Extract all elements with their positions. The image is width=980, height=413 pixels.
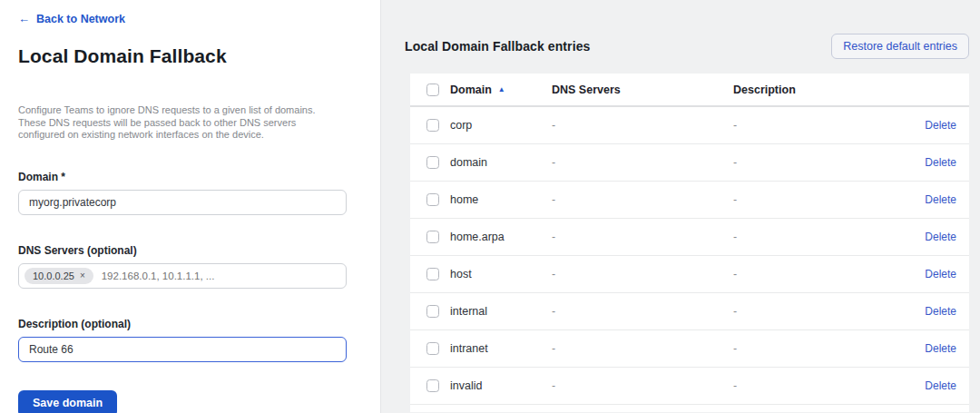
entries-table: Domain ▲ DNS Servers Description corp - … [410,74,969,412]
domain-field-label: Domain * [18,171,346,183]
table-header-row: Domain ▲ DNS Servers Description [410,74,969,107]
row-description: - [733,342,893,355]
remove-tag-icon[interactable]: × [80,271,85,280]
column-header-domain[interactable]: Domain ▲ [450,84,552,96]
row-domain: corp [450,119,552,132]
row-dns: - [552,156,733,169]
domain-input[interactable] [18,190,347,215]
row-checkbox[interactable] [426,231,439,243]
back-to-network-link[interactable]: ← Back to Network [18,12,125,25]
page-title: Local Domain Fallback [18,45,346,67]
row-checkbox[interactable] [426,379,439,392]
row-domain: internal [450,305,552,318]
column-header-dns-servers: DNS Servers [552,84,733,96]
row-domain: home.arpa [450,231,552,243]
row-description: - [733,119,893,132]
delete-link[interactable]: Delete [893,268,956,280]
row-checkbox[interactable] [426,193,439,206]
row-description: - [733,379,893,392]
delete-link[interactable]: Delete [893,342,956,355]
row-dns: - [552,268,733,280]
dns-tag-value: 10.0.0.25 [33,270,74,281]
table-row: invalid - - Delete [410,368,969,405]
delete-link[interactable]: Delete [893,156,956,169]
row-description: - [733,193,893,206]
dns-server-tag: 10.0.0.25 × [24,268,93,284]
table-row: host - - Delete [410,256,969,293]
row-domain: domain [450,156,552,169]
page-description: Configure Teams to ignore DNS requests t… [18,104,338,142]
column-header-description: Description [733,84,893,96]
row-checkbox[interactable] [426,342,439,355]
dns-servers-input[interactable]: 10.0.0.25 × [18,263,347,289]
domain-column-label: Domain [450,84,492,96]
row-dns: - [552,231,733,243]
row-domain: host [450,268,552,280]
entries-header: Local Domain Fallback entries Restore de… [405,34,969,59]
settings-panel: ← Back to Network Local Domain Fallback … [0,0,381,413]
entries-title: Local Domain Fallback entries [405,39,590,54]
row-description: - [733,156,893,169]
dns-servers-text-input[interactable] [102,270,340,281]
delete-link[interactable]: Delete [893,193,956,206]
row-dns: - [552,305,733,318]
row-dns: - [552,379,733,392]
table-row: domain - - Delete [410,144,969,182]
description-field-label: Description (optional) [18,318,346,330]
delete-link[interactable]: Delete [893,231,956,243]
delete-link[interactable]: Delete [893,119,956,132]
row-checkbox[interactable] [426,119,439,132]
table-body: corp - - Delete domain - - Delete home -… [410,107,969,405]
table-row: home.arpa - - Delete [410,219,969,256]
table-row: corp - - Delete [410,107,969,144]
delete-link[interactable]: Delete [893,305,956,318]
row-checkbox[interactable] [426,268,439,280]
row-description: - [733,268,893,280]
row-checkbox[interactable] [426,305,439,318]
row-checkbox[interactable] [426,156,439,169]
delete-link[interactable]: Delete [893,379,956,392]
sort-ascending-icon: ▲ [498,85,505,93]
table-row: intranet - - Delete [410,330,969,368]
row-dns: - [552,119,733,132]
row-domain: invalid [450,379,552,392]
row-dns: - [552,342,733,355]
row-description: - [733,231,893,243]
row-domain: home [450,193,552,206]
restore-default-entries-button[interactable]: Restore default entries [831,34,969,59]
back-link-label: Back to Network [36,13,125,25]
row-description: - [733,305,893,318]
table-row: internal - - Delete [410,293,969,330]
row-domain: intranet [450,342,552,355]
entries-panel: Local Domain Fallback entries Restore de… [381,0,980,413]
back-arrow-icon: ← [18,12,30,25]
dns-servers-field-label: DNS Servers (optional) [18,244,346,257]
select-all-checkbox[interactable] [426,84,439,96]
description-input[interactable] [18,337,347,362]
save-domain-button[interactable]: Save domain [18,390,117,413]
table-row: home - - Delete [410,182,969,219]
row-dns: - [552,193,733,206]
